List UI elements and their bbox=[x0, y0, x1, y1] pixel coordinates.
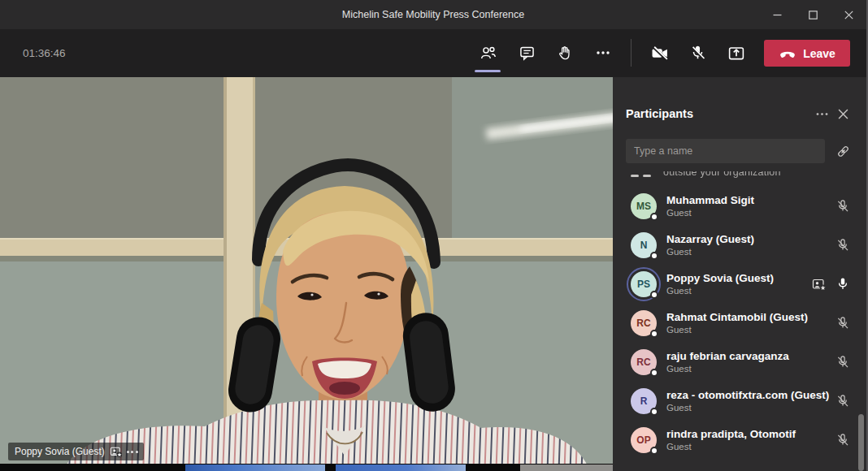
clipped-section-header: outside your organization bbox=[631, 171, 853, 182]
participants-icon[interactable] bbox=[471, 37, 504, 69]
filmstrip bbox=[0, 464, 614, 471]
participant-role: Guest bbox=[666, 363, 835, 374]
filmstrip-thumbnail[interactable] bbox=[185, 465, 325, 471]
participant-role: Guest bbox=[666, 402, 835, 413]
spotlight-icon bbox=[110, 446, 122, 457]
avatar: MS bbox=[631, 193, 657, 219]
panel-close-icon[interactable] bbox=[832, 105, 853, 123]
avatar: PS bbox=[631, 271, 657, 297]
presence-badge bbox=[650, 330, 658, 338]
tile-more-icon[interactable] bbox=[127, 451, 138, 453]
leave-label: Leave bbox=[803, 47, 835, 60]
clipped-section-text: outside your organization bbox=[663, 171, 781, 178]
participants-panel: Participants outsid bbox=[613, 77, 866, 471]
raise-hand-icon[interactable] bbox=[548, 37, 580, 69]
search-input[interactable] bbox=[626, 139, 825, 163]
participants-header: Participants bbox=[626, 105, 853, 123]
participant-list: MS Muhammad Sigit Guest bbox=[613, 187, 866, 460]
avatar-initials: RC bbox=[636, 318, 650, 329]
panel-more-icon[interactable] bbox=[811, 105, 832, 123]
teams-meeting-window: Michelin Safe Mobility Press Conference … bbox=[0, 0, 868, 471]
maximize-icon[interactable] bbox=[795, 0, 831, 29]
presence-badge bbox=[650, 213, 658, 221]
presence-badge bbox=[650, 369, 658, 377]
close-icon[interactable] bbox=[831, 0, 866, 29]
participant-name: Nazarray (Guest) bbox=[666, 233, 835, 246]
titlebar: Michelin Safe Mobility Press Conference bbox=[0, 0, 866, 29]
presence-badge bbox=[650, 252, 658, 260]
link-icon[interactable] bbox=[832, 142, 853, 160]
avatar: OP bbox=[631, 427, 657, 453]
avatar: RC bbox=[631, 349, 657, 375]
participant-row[interactable]: N Nazarray (Guest) Guest bbox=[613, 226, 866, 265]
presence-badge bbox=[650, 291, 658, 299]
participant-search bbox=[626, 139, 853, 163]
participant-role: Guest bbox=[666, 324, 835, 335]
participant-row[interactable]: RC Rahmat Cintamobil (Guest) Guest bbox=[613, 304, 866, 343]
participant-row[interactable]: MS Muhammad Sigit Guest bbox=[613, 187, 866, 226]
participant-name: Muhammad Sigit bbox=[666, 194, 835, 207]
avatar-initials: RC bbox=[636, 356, 650, 368]
mic-muted-icon bbox=[835, 394, 850, 408]
avatar-initials: N bbox=[640, 240, 648, 251]
avatar-initials: OP bbox=[636, 434, 650, 446]
participant-role: Guest bbox=[666, 285, 812, 296]
camera-off-icon[interactable] bbox=[644, 37, 676, 69]
video-feed bbox=[0, 77, 614, 471]
participants-active-underline bbox=[475, 70, 501, 72]
minimize-icon[interactable] bbox=[759, 0, 795, 29]
leave-button[interactable]: Leave bbox=[764, 40, 850, 67]
filmstrip-thumbnail[interactable] bbox=[520, 465, 614, 471]
avatar: R bbox=[631, 388, 657, 414]
participant-name: reza - otomotifxtra.com (Guest) bbox=[666, 389, 835, 402]
participant-name: rindra pradipta, Otomotif bbox=[666, 428, 835, 441]
panel-scrollbar[interactable] bbox=[858, 414, 864, 471]
active-speaker-label: Poppy Sovia (Guest) bbox=[8, 443, 144, 460]
meeting-toolbar: 01:36:46 bbox=[0, 29, 866, 77]
participant-row[interactable]: R reza - otomotifxtra.com (Guest) Guest bbox=[613, 382, 866, 421]
mic-muted-icon bbox=[835, 238, 850, 253]
more-icon[interactable] bbox=[587, 37, 619, 69]
spotlight-icon bbox=[812, 278, 826, 291]
meeting-timer: 01:36:46 bbox=[23, 29, 66, 77]
hangup-icon bbox=[779, 49, 796, 58]
presence-badge bbox=[650, 408, 658, 416]
participant-row[interactable]: PS Poppy Sovia (Guest) Guest bbox=[613, 265, 866, 304]
avatar: N bbox=[631, 232, 657, 258]
avatar-initials: R bbox=[640, 395, 648, 407]
toolbar-divider bbox=[631, 39, 631, 67]
share-screen-icon[interactable] bbox=[720, 37, 753, 69]
chat-icon[interactable] bbox=[510, 37, 543, 69]
participant-role: Guest bbox=[666, 207, 835, 218]
mic-muted-icon bbox=[835, 199, 850, 214]
filmstrip-thumbnail[interactable] bbox=[336, 465, 466, 471]
main-video-tile: Poppy Sovia (Guest) bbox=[0, 77, 614, 471]
participant-name: Rahmat Cintamobil (Guest) bbox=[666, 311, 835, 324]
mic-muted-icon bbox=[835, 316, 850, 331]
presence-badge bbox=[650, 447, 658, 455]
participant-row[interactable]: OP rindra pradipta, Otomotif Guest bbox=[613, 421, 866, 460]
participant-role: Guest bbox=[666, 246, 835, 257]
avatar-initials: MS bbox=[636, 201, 651, 212]
participant-name: Poppy Sovia (Guest) bbox=[666, 272, 812, 285]
window-controls bbox=[759, 0, 866, 29]
active-speaker-name: Poppy Sovia (Guest) bbox=[15, 446, 105, 457]
participants-title: Participants bbox=[626, 107, 811, 120]
participant-role: Guest bbox=[666, 441, 835, 452]
mic-muted-icon bbox=[835, 433, 850, 447]
mic-muted-icon bbox=[835, 355, 850, 369]
mic-off-icon[interactable] bbox=[681, 37, 714, 69]
participant-row[interactable]: RC raju febrian carvaganza Guest bbox=[613, 343, 866, 382]
mic-on-icon bbox=[835, 277, 850, 292]
window-title: Michelin Safe Mobility Press Conference bbox=[0, 9, 866, 20]
participant-name: raju febrian carvaganza bbox=[666, 350, 835, 363]
avatar: RC bbox=[631, 310, 657, 336]
avatar-initials: PS bbox=[637, 279, 650, 290]
